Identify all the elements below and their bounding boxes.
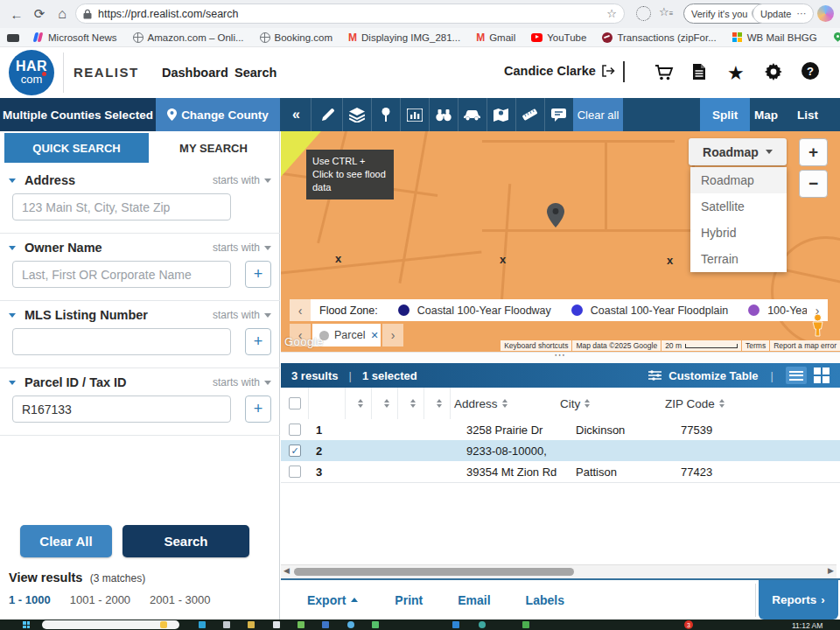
legend-scroll-left-icon[interactable]: ‹ bbox=[290, 299, 311, 321]
back-icon[interactable]: ← bbox=[7, 4, 26, 24]
help-icon[interactable]: ? bbox=[802, 62, 819, 80]
add-owner-button[interactable]: + bbox=[245, 261, 271, 288]
start-button-icon[interactable] bbox=[23, 621, 30, 628]
chevron-down-icon[interactable] bbox=[9, 313, 16, 318]
taskbar-app-icon[interactable] bbox=[372, 621, 379, 628]
match-mode[interactable]: starts with bbox=[213, 242, 260, 254]
chevron-down-icon[interactable] bbox=[9, 178, 16, 183]
select-all-checkbox[interactable] bbox=[289, 397, 301, 410]
browser-essentials-icon[interactable] bbox=[636, 6, 651, 21]
pushpin-icon[interactable] bbox=[371, 98, 401, 131]
taskbar-app-icon[interactable] bbox=[479, 621, 486, 628]
chevron-down-icon[interactable] bbox=[264, 381, 271, 385]
column-zip[interactable]: ZIP Code bbox=[665, 388, 770, 419]
taskbar-app-icon[interactable] bbox=[522, 621, 529, 628]
view-map-button[interactable]: Map bbox=[742, 98, 790, 131]
chart-icon[interactable] bbox=[400, 98, 430, 131]
reports-button[interactable]: Reports › bbox=[759, 580, 838, 620]
notification-badge[interactable]: 3 bbox=[684, 620, 693, 629]
tab-quick-search[interactable]: QUICK SEARCH bbox=[4, 133, 149, 163]
clear-all-button[interactable]: Clear all bbox=[573, 98, 623, 131]
bookmark-displaying-img[interactable]: M Displaying IMG_281... bbox=[342, 32, 466, 44]
view-list-button[interactable]: List bbox=[785, 98, 830, 131]
comment-icon[interactable] bbox=[544, 98, 574, 131]
basemap-option-terrain[interactable]: Terrain bbox=[690, 246, 787, 272]
change-county-button[interactable]: Change County bbox=[156, 98, 280, 131]
row-checkbox[interactable] bbox=[289, 424, 301, 436]
taskbar-app-icon[interactable] bbox=[223, 621, 230, 628]
more-icon[interactable]: ⋯ bbox=[796, 8, 806, 19]
scroll-left-icon[interactable]: ◀ bbox=[284, 566, 290, 575]
refresh-icon[interactable]: ⟳ bbox=[30, 4, 49, 24]
bookmark-maps[interactable]: Maps bbox=[827, 32, 840, 43]
address-bar[interactable]: https://prd.realist.com/search ☆ bbox=[75, 4, 625, 24]
pegman-icon[interactable] bbox=[809, 313, 826, 337]
row-checkbox-checked[interactable]: ✓ bbox=[289, 444, 301, 457]
scroll-right-icon[interactable]: ▶ bbox=[828, 566, 834, 575]
ruler-icon[interactable] bbox=[515, 98, 545, 131]
taskbar-app-icon[interactable] bbox=[248, 621, 255, 628]
taskbar-app-icon[interactable] bbox=[273, 621, 280, 628]
sort-column-1[interactable] bbox=[346, 388, 372, 419]
taskbar-app-icon[interactable] bbox=[452, 621, 459, 628]
range-link-3[interactable]: 2001 - 3000 bbox=[150, 593, 210, 606]
taskbar-app-icon[interactable] bbox=[199, 621, 206, 628]
zoom-in-button[interactable]: + bbox=[799, 138, 828, 166]
map-marker-icon[interactable] bbox=[547, 203, 564, 228]
match-mode[interactable]: starts with bbox=[213, 309, 260, 321]
chips-scroll-right-icon[interactable]: › bbox=[382, 324, 403, 346]
favorite-star-icon[interactable]: ☆ bbox=[606, 7, 617, 20]
map-route-icon[interactable] bbox=[486, 98, 516, 131]
range-link-2[interactable]: 1001 - 2000 bbox=[70, 593, 130, 606]
document-icon[interactable] bbox=[692, 63, 706, 80]
nav-search[interactable]: Search bbox=[234, 66, 276, 80]
add-parcel-button[interactable]: + bbox=[245, 396, 271, 423]
table-row-selected[interactable]: ✓ 2 9233-08-10000, bbox=[281, 440, 840, 462]
parcel-chip-close-icon[interactable]: ✕ bbox=[370, 330, 378, 341]
layers-icon[interactable] bbox=[342, 98, 372, 131]
taskbar-app-icon[interactable] bbox=[298, 621, 304, 628]
horizontal-scrollbar[interactable]: ◀ ▶ bbox=[281, 564, 836, 578]
counties-selected[interactable]: Multiple Counties Selected bbox=[0, 98, 156, 131]
star-icon[interactable]: ★ bbox=[727, 62, 745, 85]
map-canvas[interactable]: Use CTRL + Click to see flood data x x x… bbox=[281, 131, 840, 352]
owner-name-input[interactable] bbox=[12, 261, 231, 288]
clear-all-button[interactable]: Clear All bbox=[20, 525, 112, 557]
home-icon[interactable]: ⌂ bbox=[52, 4, 72, 24]
gear-icon[interactable] bbox=[765, 63, 782, 80]
zoom-out-button[interactable]: − bbox=[799, 170, 828, 198]
nav-dashboard[interactable]: Dashboard bbox=[162, 66, 228, 80]
sort-column-4[interactable] bbox=[424, 388, 451, 419]
panel-splitter-handle[interactable]: ⋯ bbox=[281, 352, 840, 364]
basemap-option-hybrid[interactable]: Hybrid bbox=[690, 220, 787, 246]
user-menu[interactable]: Candice Clarke bbox=[504, 64, 615, 78]
har-logo[interactable]: HAR com bbox=[9, 50, 54, 95]
sort-column-3[interactable] bbox=[398, 388, 424, 419]
column-address[interactable]: Address bbox=[451, 388, 560, 419]
export-button[interactable]: Export bbox=[307, 593, 358, 607]
table-row[interactable]: 3 39354 Mt Zion Rd Pattison 77423 bbox=[281, 461, 840, 483]
bookmark-gmail[interactable]: M Gmail bbox=[470, 32, 522, 44]
logout-icon[interactable] bbox=[601, 65, 615, 77]
bookmark-amazon[interactable]: Amazon.com – Onli... bbox=[127, 32, 250, 43]
bookmark-booking[interactable]: Booking.com bbox=[254, 32, 339, 43]
basemap-option-roadmap[interactable]: Roadmap bbox=[690, 167, 787, 193]
update-button[interactable]: Update ⋯ bbox=[752, 4, 814, 24]
chevron-down-icon[interactable] bbox=[9, 381, 16, 385]
parcel-x-marker[interactable]: x bbox=[335, 252, 341, 265]
basemap-dropdown-button[interactable]: Roadmap bbox=[689, 138, 787, 165]
cart-icon[interactable] bbox=[654, 65, 674, 80]
scrollbar-thumb[interactable] bbox=[294, 568, 574, 576]
car-icon[interactable] bbox=[458, 98, 487, 131]
draw-icon[interactable] bbox=[313, 98, 343, 131]
match-mode[interactable]: starts with bbox=[213, 174, 260, 186]
taskbar-clock[interactable]: 11:12 AM bbox=[792, 621, 822, 630]
email-button[interactable]: Email bbox=[458, 593, 490, 607]
parcel-x-marker[interactable]: x bbox=[500, 253, 506, 266]
customize-table-button[interactable]: Customize Table bbox=[668, 369, 758, 382]
row-checkbox[interactable] bbox=[289, 466, 301, 478]
chevron-down-icon[interactable] bbox=[264, 178, 271, 183]
favorites-bar-icon[interactable]: ☆≡ bbox=[659, 5, 672, 18]
list-view-icon[interactable] bbox=[786, 367, 807, 384]
add-mls-button[interactable]: + bbox=[245, 328, 271, 355]
